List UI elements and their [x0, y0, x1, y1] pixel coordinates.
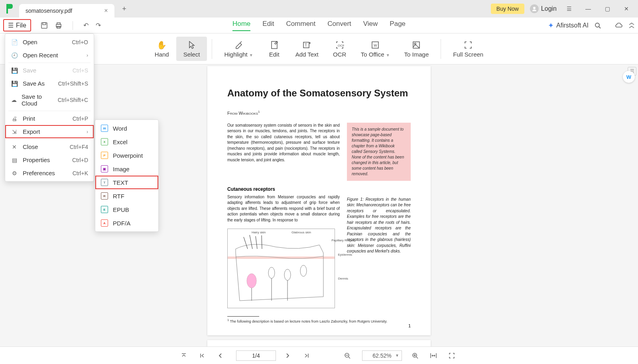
save-icon: 💾	[11, 67, 18, 74]
save-icon[interactable]	[41, 22, 48, 29]
separator	[8, 63, 91, 63]
file-menu-button[interactable]: ☰ File	[3, 19, 31, 31]
cloud-icon: ☁	[11, 97, 17, 103]
zoom-select[interactable]: 62.52%▼	[362, 350, 402, 361]
ai-button[interactable]: ✦ Afirstsoft AI	[548, 21, 589, 30]
powerpoint-icon: P	[101, 152, 108, 159]
to-office-tool[interactable]: W To Office▼	[354, 37, 397, 61]
menu-print[interactable]: 🖨 Print Ctrl+P	[5, 112, 94, 125]
close-window-icon[interactable]: ✕	[620, 2, 633, 16]
main-tabs: Home Edit Comment Convert View Page	[232, 20, 406, 31]
hand-icon: ✋	[157, 40, 167, 50]
fit-page-icon[interactable]	[448, 352, 457, 359]
full-screen-tool[interactable]: Full Screen	[446, 37, 490, 61]
status-bar: 62.52%▼	[0, 346, 638, 364]
tab-convert[interactable]: Convert	[327, 20, 351, 31]
export-icon: ⇲	[11, 129, 18, 135]
separator	[73, 21, 73, 30]
rtf-icon: R	[101, 192, 108, 200]
save-as-icon: 💾	[11, 80, 18, 87]
menu-save: 💾 Save Ctrl+S	[5, 64, 94, 77]
avatar-icon	[530, 4, 539, 13]
menu-open[interactable]: 📄 Open Ctrl+O	[5, 35, 94, 49]
next-page-icon[interactable]	[286, 353, 294, 358]
excel-icon: X	[101, 138, 108, 145]
cursor-icon	[188, 40, 195, 50]
buy-now-button[interactable]: Buy Now	[491, 4, 524, 14]
text-icon: T	[101, 179, 108, 186]
export-rtf[interactable]: RRTF	[95, 189, 158, 203]
cloud-icon[interactable]	[615, 22, 623, 29]
svg-rect-2	[43, 23, 46, 25]
zoom-in-icon[interactable]	[412, 352, 420, 359]
word-badge-icon[interactable]: W	[623, 71, 635, 83]
tab-title: somatosensory.pdf	[26, 8, 72, 14]
image-icon	[412, 40, 421, 50]
svg-point-26	[300, 265, 307, 276]
prev-page-icon[interactable]	[218, 353, 226, 358]
select-tool[interactable]: Select	[176, 37, 207, 61]
app-logo[interactable]	[0, 0, 19, 18]
menu-preferences[interactable]: ⚙ Preferences Ctrl+K	[5, 166, 94, 180]
menu-export[interactable]: ⇲ Export ›	[5, 125, 94, 138]
ribbon-toolbar: ✋ Hand Select Highlight▼ Edit T Add Text…	[0, 33, 638, 65]
export-excel[interactable]: XExcel	[95, 135, 158, 149]
document-tab[interactable]: somatosensory.pdf ×	[19, 4, 114, 18]
zoom-out-icon[interactable]	[344, 352, 352, 359]
edit-icon	[270, 40, 278, 50]
search-icon[interactable]	[594, 22, 601, 29]
tab-edit[interactable]: Edit	[262, 20, 274, 31]
add-text-tool[interactable]: T Add Text	[288, 37, 326, 61]
new-tab-button[interactable]: +	[118, 3, 130, 15]
body-paragraph: Our somatosensory system consists of sen…	[227, 123, 340, 181]
maximize-icon[interactable]: ▢	[601, 2, 614, 16]
tab-view[interactable]: View	[363, 20, 378, 31]
separator	[441, 39, 441, 59]
epub-icon: E	[101, 206, 108, 213]
page-input[interactable]	[236, 350, 276, 361]
ocr-tool[interactable]: OCR OCR	[326, 37, 354, 61]
pdfa-icon: A	[101, 219, 108, 227]
export-powerpoint[interactable]: PPowerpoint	[95, 149, 158, 162]
figure-caption: Figure 1: Receptors in the human skin: M…	[347, 197, 411, 254]
export-pdfa[interactable]: APDF/A	[95, 216, 158, 230]
login-button[interactable]: Login	[530, 4, 557, 13]
separator	[212, 39, 212, 59]
svg-line-34	[416, 357, 418, 358]
properties-icon: ▤	[11, 157, 18, 163]
undo-icon[interactable]: ↶	[83, 22, 89, 29]
to-image-tool[interactable]: To Image	[397, 37, 436, 61]
highlight-tool[interactable]: Highlight▼	[217, 37, 260, 61]
minimize-icon[interactable]: —	[581, 2, 595, 16]
close-tab-icon[interactable]: ×	[104, 7, 108, 14]
scroll-top-icon[interactable]	[181, 353, 190, 358]
export-epub[interactable]: EEPUB	[95, 203, 158, 216]
export-text[interactable]: TTEXT	[95, 176, 158, 189]
menu-save-cloud[interactable]: ☁ Save to Cloud Ctrl+Shift+C	[5, 90, 94, 110]
export-word[interactable]: WWord	[95, 121, 158, 135]
first-page-icon[interactable]	[199, 353, 208, 358]
edit-tool[interactable]: Edit	[260, 37, 288, 61]
menu-open-recent[interactable]: 🕘 Open Recent ›	[5, 49, 94, 62]
chevron-right-icon: ›	[87, 53, 88, 58]
menu-close[interactable]: ✕ Close Ctrl+F4	[5, 140, 94, 153]
fit-width-icon[interactable]	[430, 352, 439, 359]
sidebar-note: This is a sample document to showcase pa…	[347, 123, 411, 181]
collapse-icon[interactable]	[628, 22, 635, 29]
tab-comment[interactable]: Comment	[286, 20, 316, 31]
export-image[interactable]: ▣Image	[95, 162, 158, 176]
print-icon[interactable]	[55, 22, 62, 29]
svg-line-20	[250, 235, 252, 249]
menu-save-as[interactable]: 💾 Save As Ctrl+Shift+S	[5, 77, 94, 90]
separator	[8, 111, 91, 111]
chevron-down-icon: ▼	[386, 53, 390, 57]
last-page-icon[interactable]	[304, 353, 313, 358]
redo-icon[interactable]: ↷	[96, 22, 101, 29]
tab-home[interactable]: Home	[232, 20, 250, 31]
hamburger-menu-icon[interactable]: ☰	[562, 2, 576, 16]
ocr-icon: OCR	[335, 40, 344, 50]
tab-page[interactable]: Page	[390, 20, 406, 31]
svg-rect-4	[57, 23, 60, 24]
hand-tool[interactable]: ✋ Hand	[148, 37, 176, 61]
menu-properties[interactable]: ▤ Properties Ctrl+D	[5, 153, 94, 166]
